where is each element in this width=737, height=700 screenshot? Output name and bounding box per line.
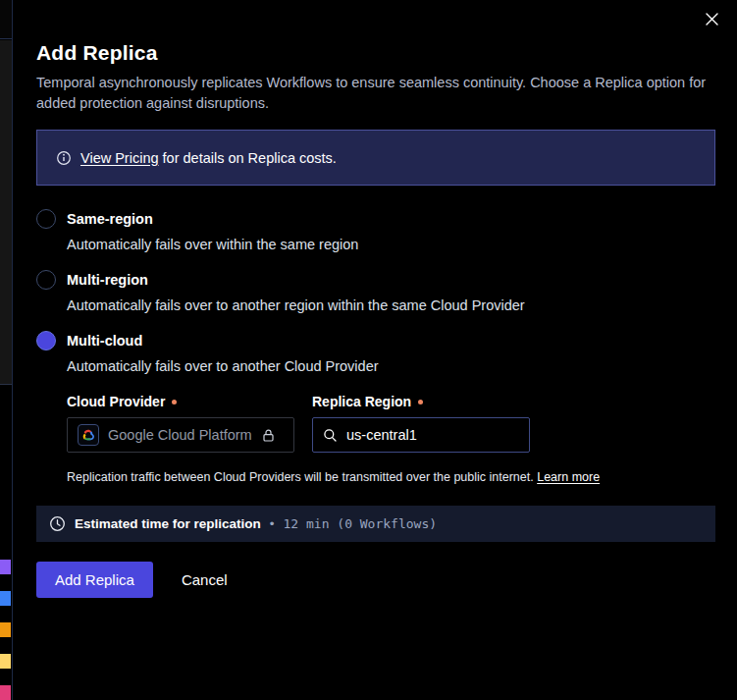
background-color-chip <box>0 654 11 669</box>
replica-region-label: Replica Region <box>312 394 530 409</box>
option-description: Automatically fails over to another Clou… <box>67 356 715 376</box>
replica-region-searchbox[interactable] <box>312 417 530 453</box>
estimate-separator: • <box>270 516 275 531</box>
option-description: Automatically fails over within the same… <box>67 235 715 254</box>
field-label-text: Replica Region <box>312 394 411 409</box>
modal-actions: Add Replica Cancel <box>36 562 715 598</box>
required-dot <box>172 400 177 404</box>
cancel-button[interactable]: Cancel <box>182 571 228 588</box>
radio-multi-region[interactable]: Multi-region <box>36 270 715 290</box>
option-label: Same-region <box>67 211 153 227</box>
radio-circle-unselected[interactable] <box>36 270 56 290</box>
background-color-chip <box>0 560 11 574</box>
google-cloud-icon <box>78 424 99 446</box>
estimate-value: 12 min (0 Workflows) <box>284 516 438 531</box>
lock-icon <box>261 428 276 443</box>
view-pricing-link[interactable]: View Pricing <box>80 150 159 166</box>
estimated-time-banner: Estimated time for replication • 12 min … <box>36 506 715 542</box>
background-color-chip <box>0 622 11 637</box>
pricing-banner-text: View Pricing for details on Replica cost… <box>80 150 337 166</box>
option-description: Automatically fails over to another regi… <box>67 296 715 315</box>
clock-icon <box>49 515 66 532</box>
info-icon <box>56 150 72 166</box>
cloud-provider-select[interactable]: Google Cloud Platform <box>67 417 294 453</box>
field-label-text: Cloud Provider <box>67 394 165 409</box>
screen: Add Replica Temporal asynchronously repl… <box>0 0 737 700</box>
background-color-chip <box>0 685 11 700</box>
radio-circle-selected[interactable] <box>36 331 56 350</box>
learn-more-link[interactable]: Learn more <box>537 470 600 484</box>
radio-circle-unselected[interactable] <box>36 209 56 229</box>
estimate-label: Estimated time for replication <box>75 516 261 531</box>
add-replica-button[interactable]: Add Replica <box>36 562 153 598</box>
pricing-info-banner: View Pricing for details on Replica cost… <box>36 130 715 186</box>
background-color-chip <box>0 591 11 606</box>
close-button[interactable] <box>703 10 720 27</box>
cloud-provider-value: Google Cloud Platform <box>108 427 252 443</box>
cloud-provider-field-group: Cloud Provider <box>67 394 294 453</box>
option-multi-region: Multi-region Automatically fails over to… <box>36 270 715 315</box>
note-text: Replication traffic between Cloud Provid… <box>67 470 537 484</box>
replica-region-input[interactable] <box>346 427 519 443</box>
option-same-region: Same-region Automatically fails over wit… <box>36 209 715 254</box>
add-replica-modal: Add Replica Temporal asynchronously repl… <box>12 0 737 700</box>
replica-region-field-group: Replica Region <box>312 394 530 453</box>
modal-description: Temporal asynchronously replicates Workf… <box>36 73 715 114</box>
cloud-provider-label: Cloud Provider <box>67 394 294 409</box>
replica-option-group: Same-region Automatically fails over wit… <box>36 209 715 484</box>
close-icon <box>705 12 719 27</box>
radio-multi-cloud[interactable]: Multi-cloud <box>36 331 715 350</box>
radio-same-region[interactable]: Same-region <box>36 209 715 229</box>
option-multi-cloud: Multi-cloud Automatically fails over to … <box>36 331 715 484</box>
modal-title: Add Replica <box>36 41 715 65</box>
option-label: Multi-region <box>67 272 148 288</box>
option-label: Multi-cloud <box>67 333 142 349</box>
required-dot <box>418 400 423 404</box>
pricing-banner-suffix: for details on Replica costs. <box>159 150 337 166</box>
multi-cloud-form: Cloud Provider <box>67 394 715 453</box>
search-icon <box>323 428 338 443</box>
background-color-chips <box>0 560 11 700</box>
public-internet-note: Replication traffic between Cloud Provid… <box>67 470 715 484</box>
